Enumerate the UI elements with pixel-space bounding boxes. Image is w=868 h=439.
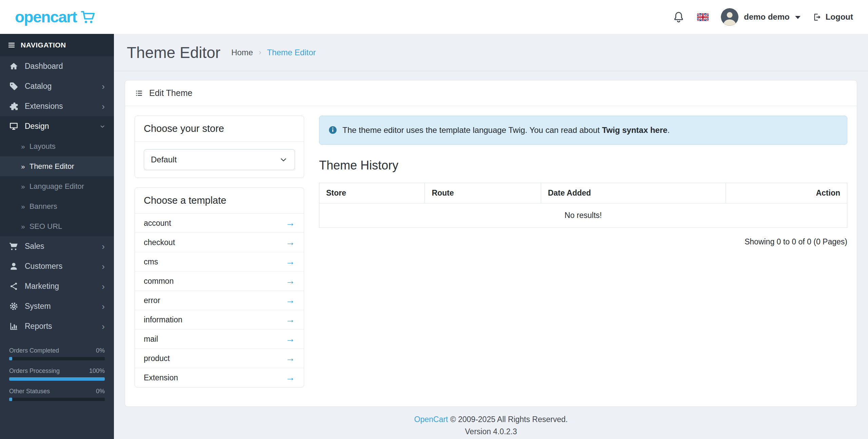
template-item-common[interactable]: common → xyxy=(135,271,304,291)
choose-store-body: Default xyxy=(135,141,304,178)
sidebar-item-marketing[interactable]: Marketing › xyxy=(0,276,114,296)
choose-template-title: Choose a template xyxy=(135,188,304,213)
breadcrumb-separator-icon: › xyxy=(259,48,261,57)
sidebar-item-dashboard[interactable]: Dashboard xyxy=(0,56,114,76)
sidebar-subitem-language-editor[interactable]: » Language Editor xyxy=(0,176,114,196)
template-item-information[interactable]: information → xyxy=(135,310,304,329)
bell-icon xyxy=(672,11,685,23)
table-row: No results! xyxy=(319,203,847,227)
logout-button[interactable]: Logout xyxy=(813,12,853,22)
chevron-right-icon: › xyxy=(102,322,105,331)
sidebar-stats: Orders Completed 0% Orders Processing 10… xyxy=(9,347,105,408)
double-angle-icon: » xyxy=(21,182,25,191)
breadcrumb-home[interactable]: Home xyxy=(231,48,253,57)
twig-syntax-link[interactable]: Twig syntax here xyxy=(602,125,667,135)
template-item-product[interactable]: product → xyxy=(135,348,304,368)
chevron-right-icon: › xyxy=(102,262,105,271)
column-route: Route xyxy=(425,183,541,203)
sidebar-item-label: Sales xyxy=(25,242,44,251)
template-item-label: Extension xyxy=(144,373,178,382)
arrow-right-icon: → xyxy=(285,218,295,228)
sidebar-item-system[interactable]: System › xyxy=(0,296,114,316)
sidebar-subitem-theme-editor[interactable]: » Theme Editor xyxy=(0,156,114,176)
caret-down-icon xyxy=(795,16,801,19)
store-select-value: Default xyxy=(151,155,177,164)
template-item-mail[interactable]: mail → xyxy=(135,329,304,348)
template-item-error[interactable]: error → xyxy=(135,291,304,310)
arrow-right-icon: → xyxy=(285,354,295,363)
double-angle-icon: » xyxy=(21,162,25,171)
template-item-label: cms xyxy=(144,257,158,266)
page-title: Theme Editor xyxy=(127,43,220,62)
sidebar: NAVIGATION Dashboard Catalog › Extension… xyxy=(0,34,114,439)
language-flag-button[interactable] xyxy=(697,13,709,21)
sidebar-item-catalog[interactable]: Catalog › xyxy=(0,76,114,96)
template-item-label: account xyxy=(144,219,171,228)
arrow-right-icon: → xyxy=(285,238,295,247)
sidebar-subitem-label: Language Editor xyxy=(29,182,84,191)
gear-icon xyxy=(9,302,18,311)
main-content: Theme Editor Home › Theme Editor Edit Th… xyxy=(114,34,868,439)
sidebar-item-label: Marketing xyxy=(25,282,59,291)
cart-logo-icon xyxy=(78,10,98,25)
template-list: account → checkout → cms → xyxy=(135,213,304,387)
opencart-footer-link[interactable]: OpenCart xyxy=(414,415,448,424)
progress-bar xyxy=(9,377,105,381)
sidebar-item-label: Design xyxy=(25,122,49,131)
template-item-label: error xyxy=(144,296,160,305)
sidebar-item-label: Customers xyxy=(25,262,62,271)
panel-body: Choose your store Default Choose a templ… xyxy=(125,106,857,406)
arrow-right-icon: → xyxy=(285,334,295,344)
puzzle-icon xyxy=(9,102,18,111)
template-item-label: information xyxy=(144,315,182,324)
page-header: Theme Editor Home › Theme Editor xyxy=(114,34,868,71)
choose-template-box: Choose a template account → checkout → xyxy=(135,187,304,387)
arrow-right-icon: → xyxy=(285,276,295,286)
template-item-extension[interactable]: Extension → xyxy=(135,368,304,387)
breadcrumb-theme-editor[interactable]: Theme Editor xyxy=(267,48,316,57)
template-item-account[interactable]: account → xyxy=(135,213,304,233)
list-icon xyxy=(135,89,143,98)
opencart-admin: opencart xyxy=(0,0,868,439)
opencart-logo[interactable]: opencart xyxy=(15,9,98,25)
share-icon xyxy=(9,282,18,291)
sidebar-item-reports[interactable]: Reports › xyxy=(0,316,114,336)
theme-history-title: Theme History xyxy=(319,158,847,173)
sidebar-subitem-seo-url[interactable]: » SEO URL xyxy=(0,216,114,236)
template-item-cms[interactable]: cms → xyxy=(135,252,304,271)
sidebar-subitem-label: Theme Editor xyxy=(29,162,74,171)
stat-orders-completed: Orders Completed 0% xyxy=(9,347,105,360)
sidebar-subitem-banners[interactable]: » Banners xyxy=(0,196,114,216)
column-action: Action xyxy=(726,183,847,203)
template-item-checkout[interactable]: checkout → xyxy=(135,233,304,252)
store-select[interactable]: Default xyxy=(144,149,295,170)
right-column: The theme editor uses the template langu… xyxy=(319,116,847,397)
uk-flag-icon xyxy=(697,13,709,21)
progress-bar xyxy=(9,357,105,360)
stat-orders-processing: Orders Processing 100% xyxy=(9,367,105,381)
version-text: Version 4.0.2.3 xyxy=(114,427,868,436)
progress-bar xyxy=(9,398,105,401)
twig-info-alert: The theme editor uses the template langu… xyxy=(319,116,847,145)
design-submenu: » Layouts » Theme Editor » Language Edit… xyxy=(0,136,114,236)
panel-title: Edit Theme xyxy=(149,88,192,98)
sidebar-subitem-layouts[interactable]: » Layouts xyxy=(0,136,114,156)
double-angle-icon: » xyxy=(21,202,25,211)
sidebar-item-extensions[interactable]: Extensions › xyxy=(0,96,114,116)
theme-history-table: Store Route Date Added Action No results… xyxy=(319,183,847,228)
sidebar-item-customers[interactable]: Customers › xyxy=(0,256,114,276)
sidebar-item-design[interactable]: Design › xyxy=(0,116,114,136)
sidebar-menu: Dashboard Catalog › Extensions › Design … xyxy=(0,56,114,336)
notifications-button[interactable] xyxy=(672,11,685,23)
sidebar-item-label: Reports xyxy=(25,322,52,331)
bar-chart-icon xyxy=(9,322,18,331)
logo-text: opencart xyxy=(15,9,77,25)
template-item-label: common xyxy=(144,277,174,286)
chevron-right-icon: › xyxy=(102,302,105,311)
arrow-right-icon: → xyxy=(285,296,295,305)
user-menu[interactable]: demo demo xyxy=(721,8,801,26)
sidebar-item-label: Dashboard xyxy=(25,62,63,71)
sidebar-item-sales[interactable]: Sales › xyxy=(0,236,114,256)
sidebar-item-label: Catalog xyxy=(25,82,52,91)
left-column: Choose your store Default Choose a templ… xyxy=(135,116,304,397)
